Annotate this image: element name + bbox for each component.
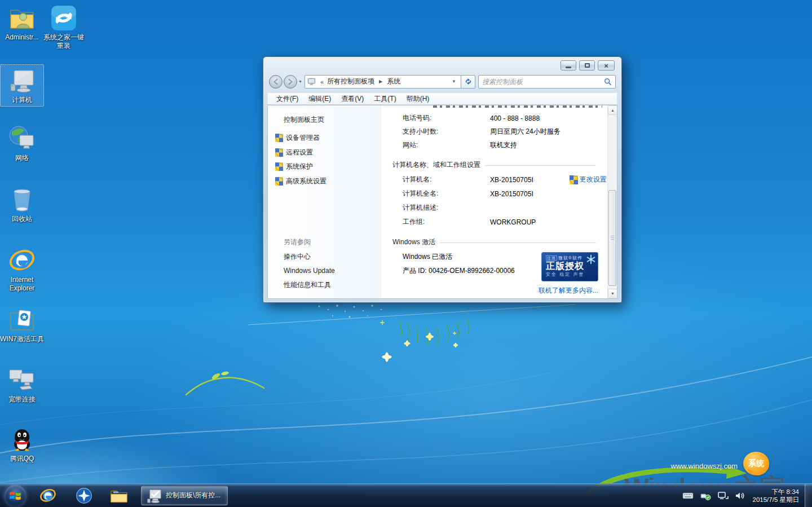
breadcrumb-all-control-panel-items[interactable]: 所有控制面板项	[326, 76, 376, 87]
internet-explorer-icon	[8, 247, 36, 274]
uac-shield-icon	[570, 175, 578, 184]
uac-shield-icon	[275, 162, 283, 171]
desktop-icon-label: WIN7激活工具	[0, 335, 44, 343]
internet-explorer-icon	[39, 487, 56, 504]
online-support-link[interactable]: 联机支持	[490, 140, 517, 150]
back-button[interactable]	[269, 75, 283, 89]
forward-button[interactable]	[284, 75, 297, 89]
activation-tool-icon	[8, 306, 36, 333]
scrollbar-thumb[interactable]	[608, 190, 616, 286]
system-control-panel-window: × ▼ « 所有控制面板项 ▶ 系统 ▼ 文件(F) 编辑(E) 查看(V)	[263, 56, 622, 303]
navigation-bar: ▼ « 所有控制面板项 ▶ 系统 ▼	[269, 74, 616, 89]
search-input[interactable]	[482, 78, 604, 86]
start-button[interactable]	[5, 485, 26, 506]
breadcrumb-overflow-icon[interactable]: «	[320, 78, 324, 85]
desktop-icon-network[interactable]: 网络	[0, 125, 44, 162]
clipped-scrolled-row	[433, 105, 602, 108]
breadcrumb-system[interactable]: 系统	[386, 76, 401, 87]
menu-file[interactable]: 文件(F)	[271, 93, 303, 105]
control-panel-icon	[307, 77, 316, 86]
user-folder-icon	[8, 5, 36, 32]
network-icon	[8, 125, 36, 152]
desktop-icon-xitongzhijia[interactable]: 系统之家一键重装	[42, 5, 86, 50]
system-tray	[682, 491, 745, 500]
desktop-icon-label: 宽带连接	[0, 395, 44, 404]
nav-device-manager[interactable]: 设备管理器	[275, 133, 320, 143]
menu-view[interactable]: 查看(V)	[336, 93, 369, 105]
window-controls: ×	[558, 60, 615, 70]
menu-help[interactable]: 帮助(H)	[401, 93, 435, 105]
task-button-label: 控制面板\所有控...	[166, 491, 220, 500]
folder-icon	[110, 487, 128, 505]
desktop-icon-broadband[interactable]: 宽带连接	[0, 367, 44, 404]
support-hours-row: 支持小时数: 周日至周六 24小时服务	[403, 127, 561, 136]
uac-shield-icon	[275, 177, 283, 186]
close-icon: ×	[604, 62, 608, 69]
nav-advanced-system-settings[interactable]: 高级系统设置	[275, 177, 326, 186]
taskbar-browser[interactable]	[74, 486, 94, 505]
desktop-icon-qq[interactable]: 腾讯QQ	[0, 426, 44, 463]
taskbar-explorer[interactable]	[109, 486, 129, 505]
nav-system-protection[interactable]: 系统保护	[275, 162, 313, 171]
qq-icon	[8, 426, 36, 453]
breadcrumb-separator-icon[interactable]: ▶	[379, 79, 382, 84]
activation-status-row: Windows 已激活	[403, 252, 452, 262]
search-icon[interactable]	[604, 78, 612, 86]
clock-time: 下午 8:34	[753, 488, 799, 496]
learn-more-online-link[interactable]: 联机了解更多内容...	[539, 286, 598, 296]
input-method-keyboard-icon[interactable]	[682, 492, 694, 500]
window-body: 控制面板主页 设备管理器 远程设置 系统保护 高级系统设置 另请参阅	[267, 105, 617, 299]
show-desktop-button[interactable]	[805, 484, 812, 507]
watermark-url: www.windowszj.com	[671, 462, 738, 470]
network-status-icon[interactable]	[717, 491, 729, 500]
desktop-icon-internet-explorer[interactable]: Internet Explorer	[0, 247, 44, 293]
nav-see-also-header: 另请参阅	[284, 237, 311, 247]
scroll-down-button[interactable]: ▼	[608, 289, 617, 298]
address-bar[interactable]: « 所有控制面板项 ▶ 系统 ▼	[304, 75, 461, 89]
desktop-icon-label: Administr...	[0, 33, 44, 42]
close-button[interactable]: ×	[598, 60, 615, 70]
desktop-icon-administrator[interactable]: Administr...	[0, 5, 44, 42]
compass-browser-icon	[76, 487, 92, 504]
uac-shield-icon	[275, 134, 283, 142]
taskbar-clock[interactable]: 下午 8:34 2015/7/5 星期日	[753, 488, 799, 504]
taskbar-active-window-button[interactable]: 控制面板\所有控...	[141, 486, 228, 505]
minimize-button[interactable]	[561, 60, 576, 70]
desktop-icon-recycle-bin[interactable]: 回收站	[0, 186, 44, 223]
menu-edit[interactable]: 编辑(E)	[303, 93, 336, 105]
desktop: Administr... 系统之家一键重装 计算机 网络 回收站 Interne…	[0, 0, 812, 507]
history-dropdown-icon[interactable]: ▼	[298, 80, 302, 83]
nav-windows-update[interactable]: Windows Update	[284, 267, 335, 275]
desktop-icon-win7-activator[interactable]: WIN7激活工具	[0, 306, 44, 343]
desktop-icon-computer[interactable]: 计算机	[0, 64, 44, 107]
scroll-up-button[interactable]: ▲	[608, 105, 617, 115]
desktop-icon-label: 网络	[0, 154, 44, 162]
nav-remote-settings[interactable]: 远程设置	[275, 148, 313, 157]
nav-action-center[interactable]: 操作中心	[284, 252, 311, 262]
full-computer-name-row: 计算机全名: XB-20150705I	[403, 189, 533, 199]
volume-icon[interactable]	[735, 491, 745, 500]
windows-logo-icon	[8, 488, 23, 503]
nav-pane: 控制面板主页 设备管理器 远程设置 系统保护 高级系统设置 另请参阅	[268, 105, 381, 298]
menu-tools[interactable]: 工具(T)	[369, 93, 401, 105]
address-dropdown-icon[interactable]: ▼	[449, 79, 458, 84]
desktop-icon-label: 回收站	[0, 215, 44, 223]
nav-performance-tools[interactable]: 性能信息和工具	[284, 280, 331, 290]
product-id-row: 产品 ID: 00426-OEM-8992662-00006	[403, 266, 515, 276]
genuine-microsoft-badge[interactable]: 使用微软®软件 正版授权 安全 稳定 声誉	[541, 252, 598, 281]
safely-remove-hardware-icon[interactable]	[700, 491, 711, 500]
vertical-scrollbar[interactable]: ▲ ▼	[607, 105, 617, 298]
desktop-icon-label: 计算机	[1, 96, 43, 104]
reinstall-app-icon	[50, 5, 77, 32]
phone-row: 电话号码: 400 - 888 - 8888	[403, 113, 540, 123]
taskbar-internet-explorer[interactable]	[38, 486, 58, 505]
broadband-icon	[8, 367, 36, 394]
computer-name-row: 计算机名: XB-20150705I 更改设置	[403, 175, 607, 184]
refresh-button[interactable]	[461, 75, 475, 89]
change-settings-link[interactable]: 更改设置	[570, 175, 607, 184]
desktop-icon-label: Internet Explorer	[0, 276, 44, 293]
computer-icon	[8, 67, 36, 94]
desktop-icon-label: 系统之家一键重装	[42, 33, 86, 50]
maximize-button[interactable]	[579, 60, 595, 70]
nav-control-panel-home[interactable]: 控制面板主页	[284, 115, 324, 125]
